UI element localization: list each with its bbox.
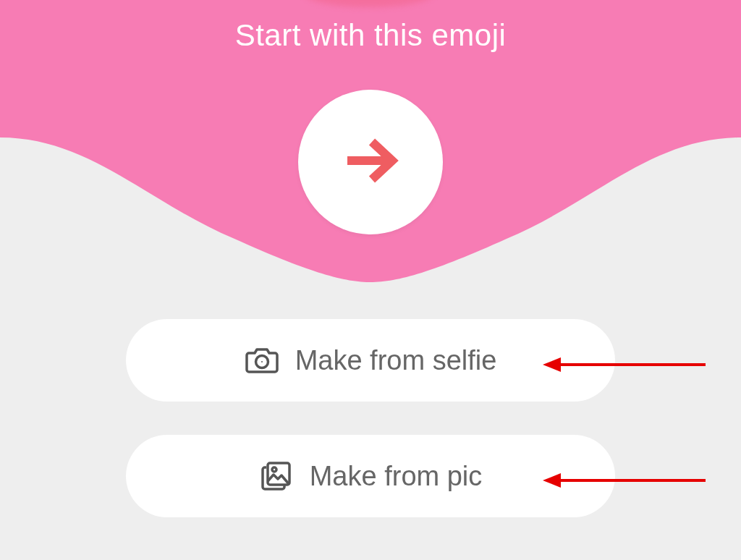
arrow-right-icon bbox=[336, 126, 405, 198]
hero-panel: Start with this emoji bbox=[0, 0, 741, 304]
screen: Start with this emoji Make from selfie bbox=[0, 0, 741, 560]
svg-point-4 bbox=[272, 467, 276, 472]
make-from-selfie-label: Make from selfie bbox=[295, 345, 497, 376]
image-icon bbox=[259, 459, 294, 493]
hero-title: Start with this emoji bbox=[0, 18, 741, 53]
camera-icon bbox=[245, 343, 279, 378]
start-with-emoji-button[interactable] bbox=[298, 90, 443, 234]
svg-point-2 bbox=[261, 361, 263, 362]
make-from-pic-button[interactable]: Make from pic bbox=[126, 435, 615, 517]
make-from-pic-label: Make from pic bbox=[310, 461, 483, 492]
make-from-selfie-button[interactable]: Make from selfie bbox=[126, 319, 615, 402]
